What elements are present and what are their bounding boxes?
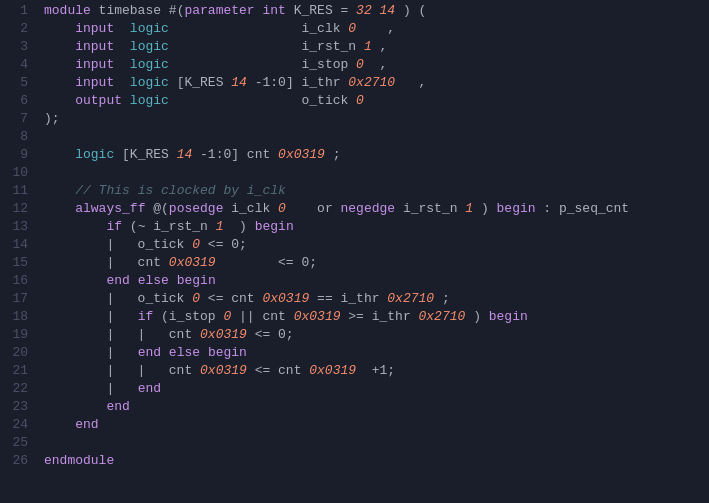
token-kw: input <box>75 57 114 72</box>
line-number: 3 <box>0 38 28 56</box>
code-line: end else begin <box>44 272 709 290</box>
code-editor: 1234567891011121314151617181920212223242… <box>0 0 709 503</box>
token-num: 0 <box>356 93 364 108</box>
token-kw: negedge <box>340 201 395 216</box>
token-num: 0 <box>278 201 286 216</box>
line-number: 25 <box>0 434 28 452</box>
code-line: module timebase #(parameter int K_RES = … <box>44 2 709 20</box>
code-line: // This is clocked by i_clk <box>44 182 709 200</box>
token-kw: if <box>138 309 154 324</box>
code-line: always_ff @(posedge i_clk 0 or negedge i… <box>44 200 709 218</box>
token-kw: end <box>138 381 161 396</box>
code-line: | | cnt 0x0319 <= cnt 0x0319 +1; <box>44 362 709 380</box>
code-line: endmodule <box>44 452 709 470</box>
token-kw: else <box>169 345 200 360</box>
code-line: input logic [K_RES 14 -1:0] i_thr 0x2710… <box>44 74 709 92</box>
line-number: 13 <box>0 218 28 236</box>
token-type: logic <box>130 93 169 108</box>
token-hex: 0x0319 <box>294 309 341 324</box>
code-line: end <box>44 398 709 416</box>
token-type: logic <box>75 147 114 162</box>
token-kw: else <box>138 273 169 288</box>
token-type: logic <box>130 21 169 36</box>
token-hex: 0x0319 <box>262 291 309 306</box>
code-line <box>44 434 709 452</box>
token-kw: begin <box>255 219 294 234</box>
token-kw: parameter <box>184 3 254 18</box>
token-kw: begin <box>177 273 216 288</box>
token-kw: begin <box>208 345 247 360</box>
line-number: 17 <box>0 290 28 308</box>
code-line: | o_tick 0 <= cnt 0x0319 == i_thr 0x2710… <box>44 290 709 308</box>
token-kw: output <box>75 93 122 108</box>
token-type: logic <box>130 57 169 72</box>
token-kw: begin <box>497 201 536 216</box>
code-line: logic [K_RES 14 -1:0] cnt 0x0319 ; <box>44 146 709 164</box>
line-number: 10 <box>0 164 28 182</box>
code-line: | if (i_stop 0 || cnt 0x0319 >= i_thr 0x… <box>44 308 709 326</box>
line-number: 6 <box>0 92 28 110</box>
token-kw: module <box>44 3 91 18</box>
line-number: 12 <box>0 200 28 218</box>
code-line <box>44 164 709 182</box>
token-num: 14 <box>231 75 247 90</box>
token-num: 1 <box>364 39 372 54</box>
token-kw: endmodule <box>44 453 114 468</box>
code-line: | o_tick 0 <= 0; <box>44 236 709 254</box>
token-kw: posedge <box>169 201 224 216</box>
line-number: 5 <box>0 74 28 92</box>
code-line: input logic i_rst_n 1 , <box>44 38 709 56</box>
line-number: 20 <box>0 344 28 362</box>
token-num: 14 <box>177 147 193 162</box>
code-line: if (~ i_rst_n 1 ) begin <box>44 218 709 236</box>
token-kw: always_ff <box>75 201 145 216</box>
line-number: 2 <box>0 20 28 38</box>
token-hex: 0x2710 <box>348 75 395 90</box>
code-line: | cnt 0x0319 <= 0; <box>44 254 709 272</box>
line-number: 4 <box>0 56 28 74</box>
token-kw: end <box>75 417 98 432</box>
line-number: 22 <box>0 380 28 398</box>
token-num: 0 <box>356 57 364 72</box>
token-kw: input <box>75 21 114 36</box>
line-number: 18 <box>0 308 28 326</box>
token-type: logic <box>130 75 169 90</box>
token-hex: 0x0319 <box>169 255 216 270</box>
line-number: 14 <box>0 236 28 254</box>
line-number: 24 <box>0 416 28 434</box>
code-line: ); <box>44 110 709 128</box>
token-num: 0 <box>192 291 200 306</box>
token-kw: begin <box>489 309 528 324</box>
token-kw: input <box>75 75 114 90</box>
token-num: 14 <box>380 3 396 18</box>
line-number: 8 <box>0 128 28 146</box>
line-number: 19 <box>0 326 28 344</box>
token-hex: 0x0319 <box>278 147 325 162</box>
token-hex: 0x2710 <box>419 309 466 324</box>
line-number: 21 <box>0 362 28 380</box>
token-kw: if <box>106 219 122 234</box>
token-hex: 0x2710 <box>387 291 434 306</box>
line-number: 1 <box>0 2 28 20</box>
token-kw: end <box>138 345 161 360</box>
token-num: 0 <box>348 21 356 36</box>
token-hex: 0x0319 <box>200 327 247 342</box>
code-content[interactable]: module timebase #(parameter int K_RES = … <box>36 2 709 501</box>
line-number: 16 <box>0 272 28 290</box>
token-num: 1 <box>465 201 473 216</box>
code-line: input logic i_clk 0 , <box>44 20 709 38</box>
token-kw: int <box>262 3 285 18</box>
code-line: | end else begin <box>44 344 709 362</box>
token-num: 0 <box>192 237 200 252</box>
line-number: 9 <box>0 146 28 164</box>
token-hex: 0x0319 <box>200 363 247 378</box>
line-number: 7 <box>0 110 28 128</box>
code-line <box>44 128 709 146</box>
token-num: 1 <box>216 219 224 234</box>
token-type: logic <box>130 39 169 54</box>
token-num: 0 <box>223 309 231 324</box>
token-kw: input <box>75 39 114 54</box>
token-num: 32 <box>356 3 372 18</box>
line-number: 23 <box>0 398 28 416</box>
token-kw: end <box>106 273 129 288</box>
